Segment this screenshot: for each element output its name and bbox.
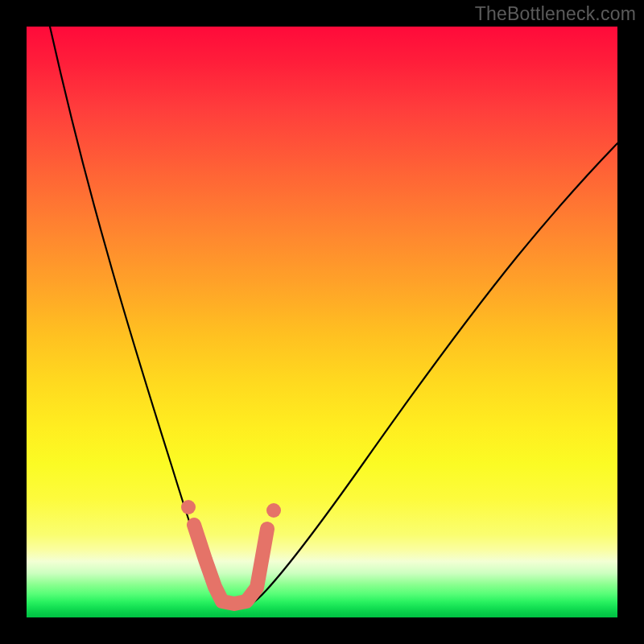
watermark-text: TheBottleneck.com <box>475 3 636 25</box>
plot-area <box>27 27 617 617</box>
chart-frame: TheBottleneck.com <box>0 0 644 644</box>
trough-dot-right <box>266 503 281 518</box>
trough-highlight-path <box>194 525 267 604</box>
trough-dot-left <box>181 500 196 514</box>
bottleneck-curve <box>50 27 617 609</box>
chart-svg <box>27 27 617 617</box>
